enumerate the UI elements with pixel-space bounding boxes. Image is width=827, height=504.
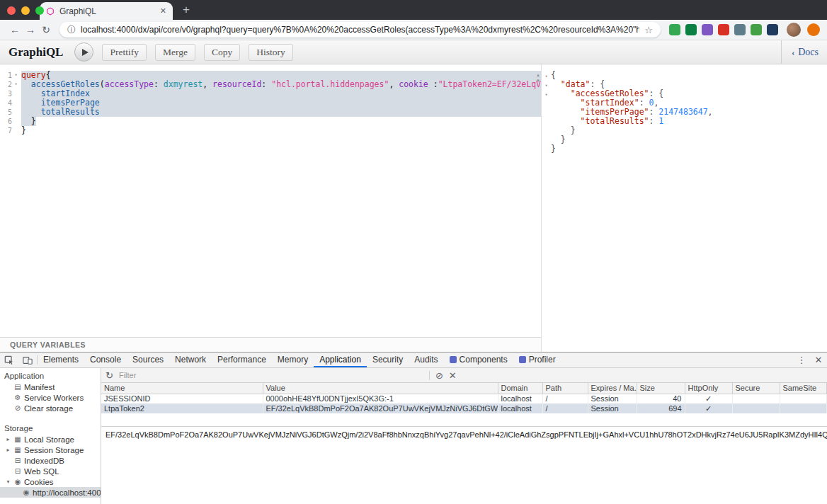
- cookies-empty-area: [101, 413, 827, 426]
- devtools-tab-audits[interactable]: Audits: [409, 353, 443, 367]
- extension-icon-1[interactable]: [669, 24, 680, 35]
- cookie-row-ltpatoken2[interactable]: LtpaToken2EF/32eLqVkB8DmPoF2Oa7AK82OuP7U…: [101, 403, 827, 413]
- minimize-window-button[interactable]: [21, 6, 30, 15]
- column-header-domain[interactable]: Domain: [498, 383, 542, 394]
- manifest-icon: ▤: [13, 383, 22, 391]
- service-workers-icon: ⚙: [13, 394, 22, 401]
- tree-arrow-icon[interactable]: ▸: [5, 447, 11, 453]
- browser-tab[interactable]: GraphiQL ✕: [40, 2, 173, 20]
- devtools-tab-network[interactable]: Network: [169, 353, 212, 367]
- update-icon[interactable]: [807, 23, 820, 36]
- devtools-tab-application[interactable]: Application: [314, 353, 367, 367]
- tab-label: Audits: [414, 355, 438, 365]
- sidebar-item-http-localhost-4000[interactable]: ◉http://localhost:4000: [0, 487, 101, 498]
- device-toolbar-icon[interactable]: [18, 353, 37, 367]
- sidebar-item-label: Service Workers: [24, 394, 84, 402]
- filter-input[interactable]: [119, 371, 423, 379]
- fold-toggle-icon[interactable]: ▾: [544, 83, 547, 88]
- column-header-path[interactable]: Path: [542, 383, 588, 394]
- tree-arrow-icon[interactable]: ▸: [5, 436, 11, 442]
- forward-icon[interactable]: →: [23, 24, 38, 35]
- devtools-tab-performance[interactable]: Performance: [212, 353, 272, 367]
- devtools-tab-security[interactable]: Security: [367, 353, 409, 367]
- code-text: }: [21, 126, 541, 135]
- extension-icon-6[interactable]: [751, 24, 762, 35]
- scroll-down-icon[interactable]: ▼: [536, 79, 540, 83]
- more-options-icon[interactable]: ⋮: [793, 353, 810, 367]
- result-line: }: [542, 126, 827, 135]
- close-window-button[interactable]: [7, 6, 16, 15]
- sidebar-item-local-storage[interactable]: ▸▦Local Storage: [0, 434, 101, 445]
- line-number: 5: [8, 108, 12, 117]
- result-text: }: [551, 126, 827, 135]
- sidebar-item-session-storage[interactable]: ▸▦Session Storage: [0, 445, 101, 455]
- query-line-6: 6 }: [0, 117, 541, 126]
- extension-icon-4[interactable]: [718, 24, 729, 35]
- cookies-tbody: JSESSIONID0000ohHE48YfU0DNTjjexI5QK3G:-1…: [101, 394, 827, 413]
- devtools-tabbar: ElementsConsoleSourcesNetworkPerformance…: [0, 353, 827, 368]
- inspect-element-icon[interactable]: [0, 353, 18, 367]
- history-button[interactable]: History: [249, 44, 293, 61]
- clear-all-cookies-icon[interactable]: ⊘: [435, 370, 443, 381]
- sidebar-item-indexeddb[interactable]: ⊟IndexedDB: [0, 455, 101, 466]
- reload-icon[interactable]: ↻: [38, 24, 54, 35]
- sidebar-item-cookies[interactable]: ▾◉Cookies: [0, 476, 101, 487]
- devtools-close-icon[interactable]: ✕: [810, 353, 827, 367]
- new-tab-button[interactable]: +: [183, 3, 190, 17]
- fold-toggle-icon[interactable]: ▾: [13, 80, 19, 89]
- fold-toggle-icon[interactable]: ▾: [544, 74, 547, 79]
- back-icon[interactable]: ←: [7, 24, 23, 35]
- result-text: }: [551, 144, 827, 154]
- query-variables-bar[interactable]: QUERY VARIABLES: [0, 337, 541, 352]
- result-line: }: [542, 144, 827, 154]
- column-header-size[interactable]: Size: [637, 383, 685, 394]
- docs-button[interactable]: ‹ Docs: [781, 40, 819, 64]
- column-header-value[interactable]: Value: [263, 383, 498, 394]
- extension-icon-2[interactable]: [685, 24, 697, 35]
- column-header-samesite[interactable]: SameSite: [780, 383, 827, 394]
- cookie-row-jsessionid[interactable]: JSESSIONID0000ohHE48YfU0DNTjjexI5QK3G:-1…: [101, 394, 827, 403]
- tree-arrow-icon[interactable]: ▾: [5, 479, 11, 485]
- query-editor[interactable]: 1▾query{2▾ accessGetRoles(accessType: dx…: [0, 64, 541, 337]
- devtools-tab-sources[interactable]: Sources: [127, 353, 169, 367]
- devtools-tab-components[interactable]: Components: [444, 353, 513, 367]
- extension-icon-7[interactable]: [767, 24, 778, 35]
- tab-label: Elements: [43, 355, 79, 365]
- tab-close-icon[interactable]: ✕: [160, 6, 166, 16]
- sidebar-item-service-workers[interactable]: ⚙Service Workers: [0, 392, 101, 403]
- profile-avatar[interactable]: [787, 23, 801, 37]
- fold-toggle-icon[interactable]: ▾: [544, 92, 547, 98]
- sidebar-item-clear-storage[interactable]: ⊘Clear storage: [0, 403, 101, 413]
- delete-selected-icon[interactable]: ✕: [449, 370, 457, 381]
- devtools-tab-profiler[interactable]: Profiler: [513, 353, 561, 367]
- execute-query-button[interactable]: [74, 42, 93, 62]
- devtools-tab-memory[interactable]: Memory: [272, 353, 314, 367]
- column-header-secure[interactable]: Secure: [732, 383, 780, 394]
- cookie-value-preview: EF/32eLqVkB8DmPoF2Oa7AK82OuP7UwVKejVMJzN…: [101, 426, 827, 504]
- scroll-up-icon[interactable]: ▲: [536, 73, 540, 77]
- devtools-tab-elements[interactable]: Elements: [38, 353, 84, 367]
- extensions-row: [669, 24, 778, 35]
- sidebar-item-manifest[interactable]: ▤Manifest: [0, 382, 101, 392]
- sidebar-item-label: Session Storage: [24, 446, 84, 454]
- column-header-name[interactable]: Name: [101, 383, 263, 394]
- extension-icon-5[interactable]: [734, 24, 746, 35]
- graphql-favicon: [46, 7, 55, 16]
- sidebar-item-web-sql[interactable]: ⊟Web SQL: [0, 466, 101, 476]
- address-bar[interactable]: ⓘ localhost:4000/dx/api/core/v0/graphql?…: [59, 22, 661, 38]
- merge-button[interactable]: Merge: [155, 44, 195, 61]
- query-editor-pane: 1▾query{2▾ accessGetRoles(accessType: dx…: [0, 64, 542, 352]
- prettify-button[interactable]: Prettify: [102, 44, 147, 61]
- fold-toggle-icon[interactable]: ▾: [13, 71, 19, 80]
- bookmark-star-icon[interactable]: ☆: [644, 25, 653, 35]
- zoom-window-button[interactable]: [35, 6, 44, 15]
- copy-button[interactable]: Copy: [204, 44, 240, 61]
- extension-icon-3[interactable]: [702, 24, 713, 35]
- refresh-icon[interactable]: ↻: [105, 370, 113, 381]
- cell-size: 694: [637, 403, 685, 413]
- page-info-icon[interactable]: ⓘ: [67, 24, 76, 36]
- devtools-tab-console[interactable]: Console: [84, 353, 127, 367]
- column-header-httponly[interactable]: HttpOnly: [685, 383, 732, 394]
- column-header-expires-ma[interactable]: Expires / Ma...: [588, 383, 637, 394]
- cell-name: JSESSIONID: [101, 394, 263, 403]
